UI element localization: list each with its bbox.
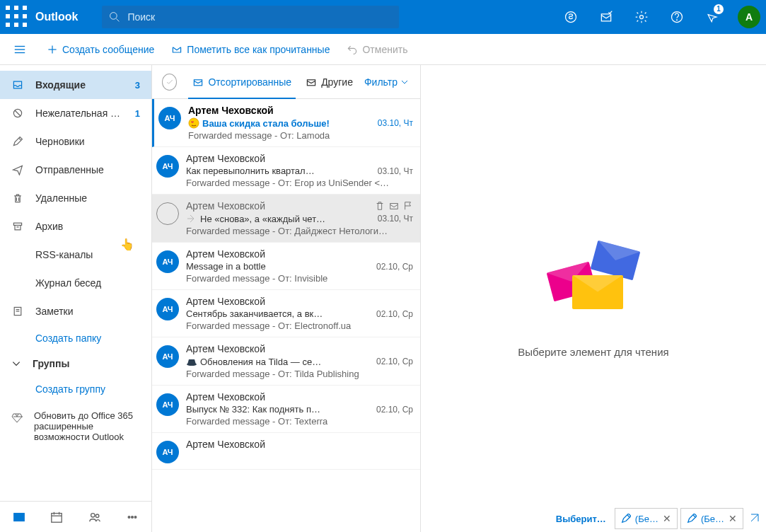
message-preview: Forwarded message - От: Lamoda	[188, 130, 413, 141]
bottom-action-button[interactable]: Выберит…	[550, 508, 612, 529]
message-date: 02.10, Ср	[376, 405, 413, 415]
blocked-icon	[11, 108, 24, 119]
message-date: 03.10, Чт	[378, 166, 413, 176]
sender-name: Артем Чеховской	[188, 105, 274, 116]
message-item[interactable]: АЧАртем ЧеховскойMessage in a bottle02.1…	[152, 243, 420, 290]
folder-trash[interactable]: Удаленные	[0, 184, 151, 212]
folder-item-6[interactable]: RSS-каналы	[0, 241, 151, 269]
filter-dropdown[interactable]: Фильтр	[364, 76, 409, 88]
mark-all-read-button[interactable]: Пометить все как прочитанные	[167, 41, 334, 58]
compose-label: Создать сообщение	[62, 44, 154, 55]
svg-point-13	[640, 16, 644, 19]
sender-name: Артем Чеховской	[186, 248, 265, 260]
folder-inbox[interactable]: Входящие3	[0, 71, 151, 99]
sender-avatar: АЧ	[156, 393, 179, 416]
skype-icon[interactable]	[557, 0, 585, 34]
folder-send[interactable]: Отправленные	[0, 156, 151, 184]
message-item[interactable]: АЧАртем Чеховской	[152, 433, 420, 470]
undo-button[interactable]: Отменить	[342, 41, 412, 58]
sender-name: Артем Чеховской	[186, 343, 265, 354]
chevron-down-icon	[11, 359, 21, 369]
svg-point-41	[187, 363, 197, 366]
pencil-icon	[621, 514, 631, 524]
nav-toggle-icon[interactable]	[6, 43, 34, 56]
message-item[interactable]: АЧАртем ЧеховскойКак перевыполнить кварт…	[152, 147, 420, 195]
svg-rect-23	[13, 223, 21, 225]
folder-blocked[interactable]: Нежелательная …1	[0, 99, 151, 127]
help-icon[interactable]	[663, 0, 691, 34]
sender-avatar: АЧ	[156, 155, 179, 178]
folder-label: Журнал бесед	[35, 277, 140, 289]
expand-drafts-icon[interactable]	[746, 509, 763, 528]
svg-rect-3	[6, 14, 10, 18]
message-item[interactable]: АЧАртем ЧеховскойВыпуск № 332: Как подня…	[152, 386, 420, 433]
message-item[interactable]: АЧАртем ЧеховскойВаша скидка стала больш…	[152, 99, 420, 147]
draft-tab-0[interactable]: (Бе… ✕	[615, 508, 678, 529]
people-module-icon[interactable]	[81, 503, 109, 531]
message-item[interactable]: АЧАртем ЧеховскойСентябрь заканчивается,…	[152, 290, 420, 337]
inbox-icon	[11, 79, 24, 91]
message-preview: Forwarded message - От: Invisible	[186, 273, 413, 284]
svg-rect-6	[6, 23, 10, 27]
sender-name: Артем Чеховской	[186, 200, 265, 212]
select-all-toggle[interactable]	[162, 74, 177, 91]
message-item[interactable]: АЧАртем ЧеховскойНе «снова», а «каждый ч…	[152, 195, 420, 243]
tab-other[interactable]: Другие	[303, 65, 356, 99]
pencil-icon	[687, 514, 697, 524]
create-group-link[interactable]: Создать группу	[0, 376, 151, 402]
sender-avatar: АЧ	[158, 107, 181, 129]
search-box[interactable]	[102, 6, 399, 28]
folder-archive[interactable]: Архив	[0, 212, 151, 241]
pencil-icon	[11, 136, 24, 147]
mail-module-icon[interactable]	[5, 503, 33, 531]
folder-note[interactable]: Заметки	[0, 297, 151, 325]
svg-point-32	[91, 513, 94, 516]
note-icon	[11, 306, 24, 317]
message-date: 03.10, Чт	[378, 118, 413, 128]
svg-rect-2	[23, 6, 27, 10]
message-subject: Обновления на Tilda — се…	[186, 356, 371, 367]
notifications-icon[interactable]: 1	[698, 0, 726, 34]
trash-icon[interactable]	[375, 201, 385, 211]
sender-name: Артем Чеховской	[186, 391, 265, 403]
folder-label: Архив	[35, 221, 140, 232]
archive-icon	[11, 221, 24, 232]
message-preview: Forwarded message - От: Егор из UniSende…	[186, 178, 413, 188]
mark-all-read-label: Пометить все как прочитанные	[187, 44, 330, 55]
reading-pane: Выберите элемент для чтения Выберит… (Бе…	[421, 65, 766, 532]
message-item[interactable]: АЧАртем ЧеховскойОбновления на Tilda — с…	[152, 337, 420, 386]
app-launcher-icon[interactable]	[6, 6, 28, 28]
svg-point-39	[189, 118, 199, 128]
folder-label: Заметки	[35, 306, 140, 317]
sender-avatar: АЧ	[156, 298, 179, 320]
more-modules-icon[interactable]	[118, 503, 146, 531]
folder-item-7[interactable]: Журнал бесед	[0, 269, 151, 297]
trash-icon	[11, 192, 24, 204]
upgrade-link[interactable]: Обновить до Office 365 расширенные возмо…	[0, 402, 151, 451]
message-preview: Forwarded message - От: Texterra	[186, 416, 413, 427]
svg-rect-1	[14, 6, 18, 10]
calendar-module-icon[interactable]	[42, 503, 71, 531]
svg-point-11	[566, 12, 576, 23]
diamond-icon	[11, 412, 23, 423]
empty-state-text: Выберите элемент для чтения	[518, 346, 668, 358]
account-avatar[interactable]: A	[738, 6, 760, 28]
outlook-premium-icon[interactable]	[592, 0, 620, 34]
search-icon	[109, 11, 120, 23]
flag-icon[interactable]	[403, 201, 413, 211]
mail-icon[interactable]	[389, 201, 399, 211]
groups-header[interactable]: Группы	[0, 351, 151, 376]
close-icon[interactable]: ✕	[663, 513, 671, 524]
compose-button[interactable]: Создать сообщение	[42, 41, 158, 58]
settings-icon[interactable]	[627, 0, 656, 34]
folder-pencil[interactable]: Черновики	[0, 127, 151, 156]
svg-point-35	[132, 516, 134, 518]
tab-focused[interactable]: Отсортированные	[190, 65, 294, 99]
svg-rect-7	[14, 23, 18, 27]
sender-avatar: АЧ	[156, 345, 179, 368]
draft-tab-1[interactable]: (Бе… ✕	[680, 508, 743, 529]
message-date: 02.10, Ср	[376, 309, 413, 319]
search-input[interactable]	[127, 11, 392, 23]
create-folder-link[interactable]: Создать папку	[0, 325, 151, 351]
close-icon[interactable]: ✕	[729, 513, 737, 524]
